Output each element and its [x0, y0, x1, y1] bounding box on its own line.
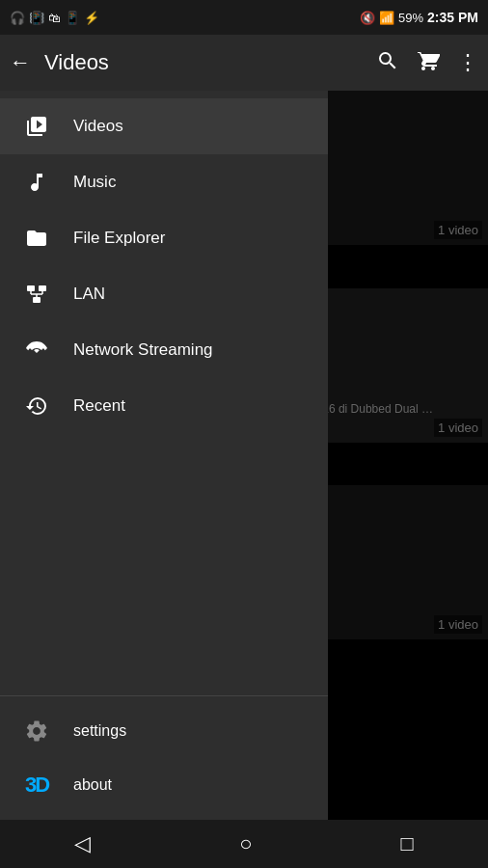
about-item[interactable]: 3D about [0, 758, 328, 812]
time-text: 2:35 PM [427, 10, 478, 25]
back-nav-button[interactable]: ◁ [74, 831, 91, 856]
sidebar-item-videos[interactable]: Videos [0, 98, 328, 154]
navigation-drawer: Videos Music File Explorer [0, 91, 328, 820]
sidebar-label-network-streaming: Network Streaming [73, 340, 213, 360]
app-bar: ← Videos ⋮ [0, 35, 488, 91]
svg-rect-0 [27, 285, 35, 291]
status-right-icons: 🔇 📶 59% 2:35 PM [360, 10, 478, 25]
notification-icon: 📱 [65, 11, 80, 25]
svg-rect-1 [39, 285, 46, 291]
recent-nav-button[interactable]: □ [401, 831, 414, 856]
settings-item[interactable]: settings [0, 704, 328, 758]
back-button[interactable]: ← [10, 52, 31, 73]
lan-icon [19, 283, 54, 306]
drawer-bottom: settings 3D about [0, 695, 328, 820]
search-button[interactable] [376, 49, 399, 76]
music-icon [19, 171, 54, 194]
about-label: about [73, 776, 112, 794]
status-bar: 🎧 📳 🛍 📱 ⚡ 🔇 📶 59% 2:35 PM [0, 0, 488, 35]
system-nav-bar: ◁ ○ □ [0, 820, 488, 868]
sidebar-label-file-explorer: File Explorer [73, 229, 165, 248]
sidebar-item-lan[interactable]: LAN [0, 266, 328, 322]
settings-label: settings [73, 722, 126, 740]
home-nav-button[interactable]: ○ [239, 831, 252, 856]
usb-icon: ⚡ [84, 11, 99, 25]
app-bar-actions: ⋮ [376, 49, 478, 76]
drawer-nav: Videos Music File Explorer [0, 91, 328, 695]
sidebar-item-music[interactable]: Music [0, 154, 328, 210]
headphones-icon: 🎧 [10, 11, 25, 25]
sidebar-item-network-streaming[interactable]: Network Streaming [0, 322, 328, 378]
more-button[interactable]: ⋮ [457, 52, 478, 73]
network-streaming-icon [19, 339, 54, 362]
battery-text: 59% [398, 11, 423, 25]
vibrate-icon: 📳 [29, 11, 44, 25]
about-3d-icon: 3D [19, 773, 54, 798]
sidebar-item-recent[interactable]: Recent [0, 378, 328, 434]
app-bar-title: Videos [44, 50, 376, 75]
main-layout: 1 video 1 video 1 video a Civil War 2016… [0, 91, 488, 820]
status-left-icons: 🎧 📳 🛍 📱 ⚡ [10, 11, 99, 25]
video-icon [19, 115, 54, 138]
folder-icon [19, 227, 54, 250]
recent-icon [19, 394, 54, 418]
cart-button[interactable] [417, 49, 440, 76]
mute-icon: 🔇 [360, 11, 375, 25]
settings-icon [19, 719, 54, 744]
sidebar-item-file-explorer[interactable]: File Explorer [0, 210, 328, 266]
bag-icon: 🛍 [48, 11, 61, 25]
signal-icon: 📶 [379, 11, 394, 25]
sidebar-label-lan: LAN [73, 285, 105, 304]
sidebar-label-recent: Recent [73, 396, 125, 416]
sidebar-label-videos: Videos [73, 117, 123, 136]
sidebar-label-music: Music [73, 173, 116, 192]
svg-rect-2 [33, 297, 41, 303]
drawer-scrim[interactable] [328, 91, 488, 820]
